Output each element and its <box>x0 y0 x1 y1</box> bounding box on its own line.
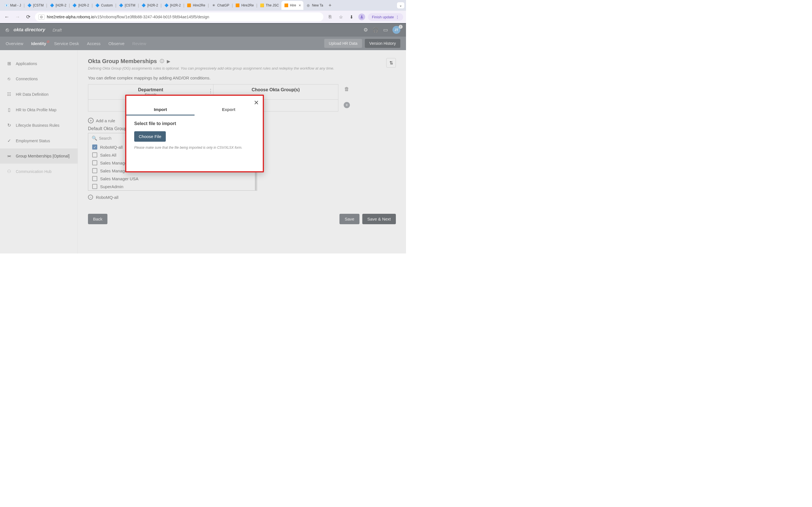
profile-icon[interactable] <box>358 13 365 20</box>
install-icon[interactable]: ⎘ <box>326 13 334 21</box>
site-settings-icon[interactable]: ⚙ <box>38 14 45 20</box>
tab-export[interactable]: Export <box>195 104 263 115</box>
tabs-overflow[interactable]: ⌄ <box>397 2 404 8</box>
browser-tab[interactable]: ✳ChatGP <box>209 1 232 10</box>
tab-favicon-icon: 🔷 <box>164 3 168 8</box>
tab-title: Hire2Re <box>193 3 205 7</box>
browser-tab[interactable]: 🟧Hire2Re <box>233 1 256 10</box>
tab-import[interactable]: Import <box>126 104 195 115</box>
tab-title: [H2R-2 <box>56 3 66 7</box>
tab-favicon-icon: 🟧 <box>284 3 289 8</box>
browser-tab[interactable]: 🔷Custom <box>93 1 115 10</box>
tab-favicon-icon: 🔷 <box>72 3 77 8</box>
svg-point-0 <box>361 15 363 17</box>
choose-file-button[interactable]: Choose File <box>134 131 166 142</box>
browser-tab[interactable]: 🔷[H2R-2 <box>47 1 69 10</box>
tab-title: [CSTM <box>33 3 43 7</box>
finish-update-button[interactable]: Finish update ⋮ <box>368 13 403 21</box>
tab-favicon-icon: 🟨 <box>260 3 264 8</box>
bookmark-icon[interactable]: ☆ <box>337 13 345 21</box>
close-tab-icon[interactable]: × <box>299 3 301 8</box>
tab-favicon-icon: 🟧 <box>236 3 240 8</box>
browser-tab[interactable]: 🟨The JSC <box>257 1 282 10</box>
address-bar[interactable]: ⚙ hire2retire-alpha.robomq.io/v15/robomq… <box>35 12 323 21</box>
browser-toolbar: ← → ⟳ ⚙ hire2retire-alpha.robomq.io/v15/… <box>0 11 406 23</box>
reload-button[interactable]: ⟳ <box>24 13 32 21</box>
tab-favicon-icon: 🔷 <box>142 3 146 8</box>
tab-favicon-icon: ✳ <box>211 3 216 8</box>
tab-title: [H2R-2 <box>79 3 89 7</box>
tab-title: New Ta <box>312 3 323 7</box>
new-tab-button[interactable]: + <box>326 3 335 8</box>
tab-title: Hire <box>290 3 296 7</box>
browser-tabs: 📧Mail - J|🔷[CSTM|🔷[H2R-2|🔷[H2R-2|🔷Custom… <box>0 0 406 11</box>
tab-title: ChatGP <box>217 3 230 7</box>
tab-title: Mail - J <box>10 3 21 7</box>
modal-hint: Please make sure that the file being imp… <box>134 146 255 150</box>
browser-tab[interactable]: 🔷[CSTM <box>116 1 138 10</box>
tab-title: [CSTM <box>125 3 135 7</box>
tab-favicon-icon: 🔷 <box>119 3 123 8</box>
tab-favicon-icon: 🟧 <box>187 3 192 8</box>
close-icon[interactable]: ✕ <box>254 99 259 107</box>
url-path: /v15/robomq/flow/1e3f8b88-3247-40d4-b01f… <box>94 15 209 19</box>
browser-tab[interactable]: 🔷[H2R-2 <box>161 1 183 10</box>
browser-tab[interactable]: 🟧Hire× <box>282 1 303 10</box>
browser-tab[interactable]: 🔷[H2R-2 <box>70 1 92 10</box>
forward-button[interactable]: → <box>13 13 21 21</box>
browser-tab[interactable]: ◎New Ta <box>303 1 326 10</box>
browser-tab[interactable]: 🔷[H2R-2 <box>139 1 161 10</box>
back-button[interactable]: ← <box>3 13 11 21</box>
browser-tab[interactable]: 🔷[CSTM <box>24 1 46 10</box>
url-host: hire2retire-alpha.robomq.io <box>47 15 94 19</box>
downloads-icon[interactable]: ⬇ <box>348 13 356 21</box>
browser-tab[interactable]: 📧Mail - J <box>2 1 24 10</box>
tab-favicon-icon: 📧 <box>4 3 9 8</box>
import-export-modal: ✕ Import Export Select file to import Ch… <box>125 95 264 172</box>
tab-title: [H2R-2 <box>147 3 158 7</box>
tab-favicon-icon: 🔷 <box>27 3 32 8</box>
tab-title: Hire2Re <box>241 3 254 7</box>
tab-title: Custom <box>101 3 113 7</box>
tab-favicon-icon: 🔷 <box>95 3 100 8</box>
tab-favicon-icon: 🔷 <box>50 3 54 8</box>
tab-title: The JSC <box>266 3 279 7</box>
browser-tab[interactable]: 🟧Hire2Re <box>185 1 208 10</box>
tab-favicon-icon: ◎ <box>306 3 310 8</box>
tab-title: [H2R-2 <box>170 3 181 7</box>
modal-heading: Select file to import <box>134 121 255 126</box>
